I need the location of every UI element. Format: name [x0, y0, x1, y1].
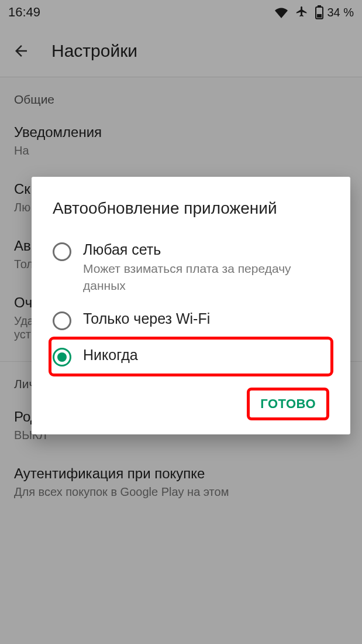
done-button[interactable]: ГОТОВО — [247, 388, 329, 420]
radio-icon — [53, 348, 71, 366]
option-sublabel: Может взиматься плата за передачу данных — [83, 261, 329, 294]
option-any-network[interactable]: Любая сеть Может взиматься плата за пере… — [53, 233, 329, 302]
option-label: Только через Wi-Fi — [83, 310, 210, 327]
option-label: Никогда — [83, 347, 138, 364]
radio-icon — [53, 242, 71, 261]
option-never[interactable]: Никогда — [50, 338, 332, 375]
autoupdate-dialog: Автообновление приложений Любая сеть Мож… — [32, 177, 350, 434]
dialog-title: Автообновление приложений — [53, 198, 329, 219]
option-wifi-only[interactable]: Только через Wi-Fi — [53, 302, 329, 338]
option-label: Любая сеть — [83, 241, 329, 258]
screen: 16:49 34 % Настройки Общие Уведомления Н… — [0, 0, 362, 644]
dialog-actions: ГОТОВО — [53, 388, 329, 420]
radio-icon — [53, 311, 71, 330]
